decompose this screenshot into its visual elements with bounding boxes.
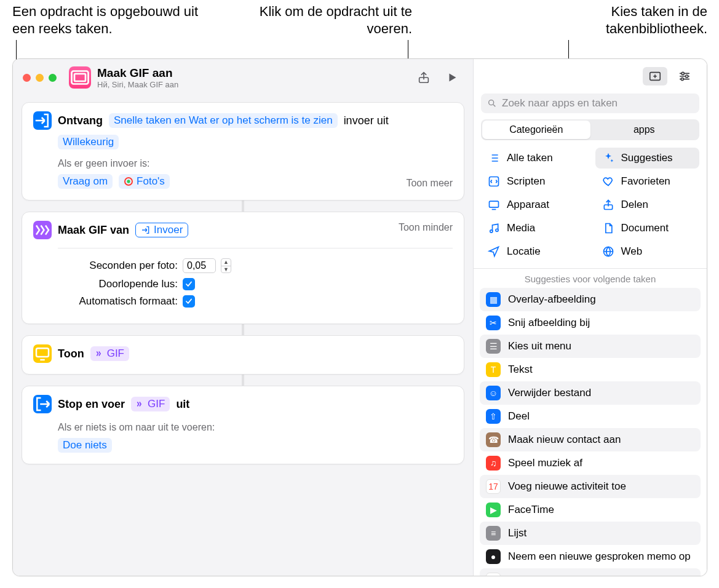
callout-run: Klik om de opdracht uit te voeren. [228, 3, 412, 37]
app-icon: ▦ [486, 292, 501, 307]
variable-gif-icon [136, 400, 145, 408]
search-icon [487, 98, 497, 108]
cat-all[interactable]: Alle taken [481, 148, 586, 169]
calendar-icon: 17 [486, 479, 501, 494]
step4-do-nothing[interactable]: Doe niets [58, 438, 112, 453]
loop-checkbox[interactable] [183, 278, 195, 290]
sugg-delete-file[interactable]: ☺Verwijder bestand [480, 381, 701, 405]
sugg-text[interactable]: TTekst [480, 358, 701, 381]
contacts-icon: ☎ [486, 432, 501, 447]
svg-point-4 [127, 180, 130, 183]
svg-point-15 [496, 229, 498, 231]
library-panel: Categorieën apps Alle taken Suggesties S… [473, 59, 707, 576]
app-icon: ☰ [486, 339, 501, 354]
step1-noinput-label: Als er geen invoer is: [58, 158, 453, 169]
photos-app-icon [486, 573, 501, 576]
stepper-up-icon: ▲ [221, 259, 231, 266]
suggestions-title: Suggesties voor volgende taken [474, 274, 707, 284]
step1-input-token[interactable]: Snelle taken en Wat er op het scherm is … [109, 113, 338, 128]
loop-label: Doorlopende lus: [58, 278, 178, 290]
sparkle-icon [602, 151, 615, 165]
sugg-overlay-image[interactable]: ▦Overlay-afbeelding [480, 288, 701, 311]
step1-photos-token[interactable]: Foto's [119, 174, 170, 189]
segment-categories[interactable]: Categorieën [482, 121, 590, 139]
action-make-gif[interactable]: Maak GIF van Invoer Toon minder Seconden… [22, 212, 464, 324]
cat-location[interactable]: Locatie [481, 241, 586, 262]
show-icon [33, 344, 52, 363]
seconds-label: Seconden per foto: [58, 260, 178, 272]
cat-favorites[interactable]: Favorieten [595, 171, 700, 192]
app-icon: ✂ [486, 316, 501, 330]
script-icon [487, 175, 501, 188]
svg-rect-12 [490, 201, 499, 207]
step1-tail: invoer uit [344, 114, 389, 127]
svg-point-7 [681, 72, 684, 74]
svg-point-9 [681, 78, 683, 81]
svg-rect-1 [74, 74, 85, 81]
sugg-choose-menu[interactable]: ☰Kies uit menu [480, 335, 701, 358]
seconds-input[interactable] [183, 258, 216, 273]
callout-tasks: Een opdracht is opgebouwd uit een reeks … [12, 3, 215, 37]
action-receive-input[interactable]: Ontvang Snelle taken en Wat er op het sc… [22, 102, 464, 201]
zoom-window-button[interactable] [49, 74, 57, 82]
music-app-icon: ♫ [486, 456, 501, 471]
action-show-result[interactable]: Toon GIF [22, 335, 464, 375]
cat-device[interactable]: Apparaat [481, 194, 586, 215]
document-icon [602, 221, 615, 235]
sugg-share[interactable]: ⇧Deel [480, 405, 701, 428]
close-window-button[interactable] [23, 74, 31, 82]
search-input[interactable] [502, 97, 693, 109]
globe-icon [602, 245, 615, 258]
action-stop-output[interactable]: Stop en voer GIF uit Als er niets is om … [22, 386, 464, 464]
auto-label: Automatisch formaat: [58, 295, 178, 308]
segmented-control[interactable]: Categorieën apps [481, 119, 699, 140]
gif-icon [33, 221, 52, 239]
sugg-new-contact[interactable]: ☎Maak nieuw contact aan [480, 428, 701, 451]
cat-document[interactable]: Document [595, 218, 700, 239]
shortcut-title: Maak GIF aan [97, 66, 178, 80]
auto-checkbox[interactable] [183, 295, 195, 308]
connector [242, 375, 244, 386]
location-icon [487, 245, 501, 258]
output-icon [33, 395, 52, 413]
seconds-stepper[interactable]: ▲ ▼ [221, 258, 231, 273]
step2-show-less[interactable]: Toon minder [399, 222, 453, 233]
step3-gif-token[interactable]: GIF [90, 346, 129, 361]
app-icon: ⇧ [486, 409, 501, 424]
library-toggle-button[interactable] [643, 67, 667, 85]
sugg-facetime[interactable]: ▶FaceTime [480, 498, 701, 522]
app-window: Maak GIF aan Hй, Siri, Maak GIF aan Ontv… [12, 58, 707, 576]
share-button[interactable] [413, 68, 435, 87]
list-icon [487, 151, 501, 165]
cat-share[interactable]: Delen [595, 194, 700, 215]
sugg-voice-memo[interactable]: ●Neem een nieuwe gesproken memo op [480, 545, 701, 568]
settings-toggle-button[interactable] [672, 67, 697, 85]
sugg-select-photos[interactable]: Selecteer foto's [480, 568, 701, 576]
minimize-window-button[interactable] [36, 74, 44, 82]
cat-suggestions[interactable]: Suggesties [595, 148, 700, 169]
step4-noout-label: Als er niets is om naar uit te voeren: [58, 422, 453, 433]
shortcut-subtitle: Hй, Siri, Maak GIF aan [97, 80, 178, 89]
cat-web[interactable]: Web [595, 241, 700, 262]
step1-show-more[interactable]: Toon meer [406, 178, 453, 189]
step4-verb: Stop en voer [58, 398, 125, 411]
sugg-play-music[interactable]: ♫Speel muziek af [480, 451, 701, 475]
svg-point-10 [489, 100, 494, 105]
music-icon [487, 221, 501, 235]
input-variable-icon [141, 225, 151, 235]
search-field[interactable] [481, 93, 699, 113]
connector [242, 201, 244, 212]
step1-ask-token[interactable]: Vraag om [58, 174, 113, 189]
cat-scripts[interactable]: Scripten [481, 171, 586, 192]
sugg-crop-image[interactable]: ✂Snij afbeelding bij [480, 311, 701, 335]
app-icon: ≡ [486, 526, 501, 541]
variable-gif-icon [95, 349, 104, 358]
step1-any-token[interactable]: Willekeurig [58, 135, 119, 149]
step4-gif-token[interactable]: GIF [131, 397, 170, 411]
sugg-new-event[interactable]: 17Voeg nieuwe activiteit toe [480, 475, 701, 498]
segment-apps[interactable]: apps [590, 121, 699, 139]
step2-input-token[interactable]: Invoer [135, 223, 188, 237]
run-button[interactable] [441, 68, 463, 87]
sugg-list[interactable]: ≡Lijst [480, 522, 701, 545]
cat-media[interactable]: Media [481, 218, 586, 239]
